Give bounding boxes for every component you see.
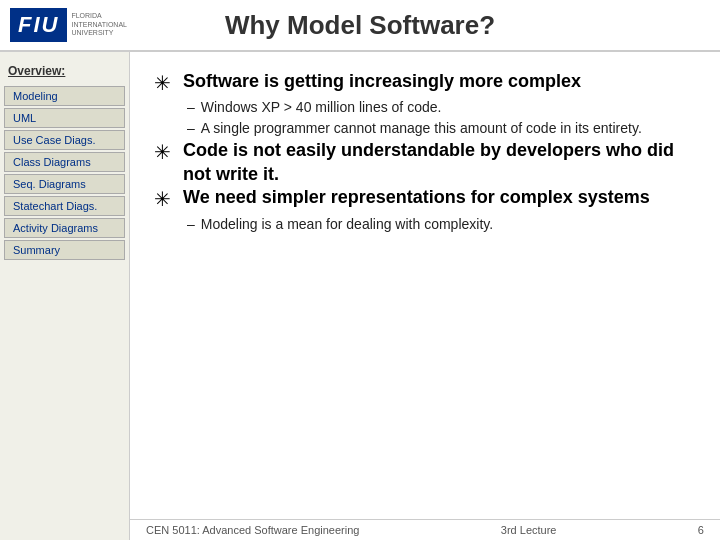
page-title: Why Model Software? (225, 10, 495, 41)
sidebar: Overview: ModelingUMLUse Case Diags.Clas… (0, 52, 130, 540)
sub-bullet-dash: – (187, 118, 195, 139)
sub-bullet-2-0: –Modeling is a mean for dealing with com… (187, 214, 696, 235)
sidebar-overview-label: Overview: (0, 60, 129, 84)
bullet-content-0: Software is getting increasingly more co… (183, 70, 696, 139)
bullet-main-2: We need simpler representations for comp… (183, 186, 696, 209)
sidebar-item-class-diagrams[interactable]: Class Diagrams (4, 152, 125, 172)
logo-area: FIU FLORIDA INTERNATIONAL UNIVERSITY (10, 8, 131, 42)
sidebar-item-summary[interactable]: Summary (4, 240, 125, 260)
bullet-content-2: We need simpler representations for comp… (183, 186, 696, 234)
sidebar-item-uml[interactable]: UML (4, 108, 125, 128)
sidebar-item-use-case-diags.[interactable]: Use Case Diags. (4, 130, 125, 150)
bullet-star-icon-2: ✳ (154, 186, 171, 212)
sub-bullets-2: –Modeling is a mean for dealing with com… (183, 214, 696, 235)
bullet-section-2: ✳We need simpler representations for com… (154, 186, 696, 234)
sidebar-item-modeling[interactable]: Modeling (4, 86, 125, 106)
sub-bullet-text: Windows XP > 40 million lines of code. (201, 97, 442, 118)
sub-bullet-text: Modeling is a mean for dealing with comp… (201, 214, 493, 235)
sidebar-item-statechart-diags.[interactable]: Statechart Diags. (4, 196, 125, 216)
footer-course: CEN 5011: Advanced Software Engineering (146, 524, 359, 536)
footer: CEN 5011: Advanced Software Engineering … (130, 519, 720, 540)
footer-lecture: 3rd Lecture (501, 524, 557, 536)
footer-page: 6 (698, 524, 704, 536)
sub-bullet-dash: – (187, 214, 195, 235)
sub-bullet-text: A single programmer cannot manage this a… (201, 118, 642, 139)
bullet-section-1: ✳Code is not easily understandable by de… (154, 139, 696, 186)
logo: FIU (10, 8, 67, 42)
content-area: ✳Software is getting increasingly more c… (130, 52, 720, 540)
sub-bullet-dash: – (187, 97, 195, 118)
bullet-section-0: ✳Software is getting increasingly more c… (154, 70, 696, 139)
sub-bullet-0-1: –A single programmer cannot manage this … (187, 118, 696, 139)
sub-bullet-0-0: –Windows XP > 40 million lines of code. (187, 97, 696, 118)
bullet-main-1: Code is not easily understandable by dev… (183, 139, 696, 186)
bullet-star-icon-0: ✳ (154, 70, 171, 96)
bullet-star-icon-1: ✳ (154, 139, 171, 165)
sub-bullets-0: –Windows XP > 40 million lines of code.–… (183, 97, 696, 139)
logo-subtitle: FLORIDA INTERNATIONAL UNIVERSITY (71, 12, 131, 37)
header: FIU FLORIDA INTERNATIONAL UNIVERSITY Why… (0, 0, 720, 52)
bullet-main-0: Software is getting increasingly more co… (183, 70, 696, 93)
main-layout: Overview: ModelingUMLUse Case Diags.Clas… (0, 52, 720, 540)
sidebar-item-activity-diagrams[interactable]: Activity Diagrams (4, 218, 125, 238)
sidebar-items: ModelingUMLUse Case Diags.Class Diagrams… (0, 86, 129, 260)
bullets-container: ✳Software is getting increasingly more c… (154, 70, 696, 235)
sidebar-item-seq.-diagrams[interactable]: Seq. Diagrams (4, 174, 125, 194)
bullet-content-1: Code is not easily understandable by dev… (183, 139, 696, 186)
